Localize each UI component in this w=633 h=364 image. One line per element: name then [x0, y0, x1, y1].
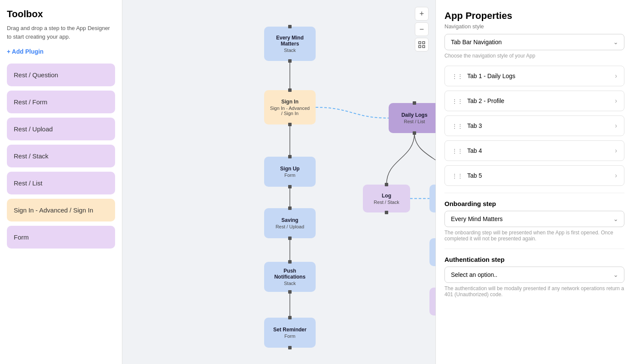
connector-bottom-saving1	[288, 237, 292, 240]
grid-icon: ⋮⋮	[452, 73, 463, 79]
connector-top-set-reminder	[288, 316, 292, 319]
grid-icon: ⋮⋮	[452, 173, 463, 179]
tab-item-left: ⋮⋮ Tab 1 - Daily Logs	[452, 73, 515, 79]
toolbox-item-rest-question[interactable]: Rest / Question	[7, 64, 115, 86]
node-sign-up[interactable]: Sign UpForm	[264, 157, 316, 187]
navigation-style-label: Navigation style	[444, 23, 624, 30]
tab-item-left: ⋮⋮ Tab 2 - Profile	[452, 97, 504, 104]
node-saving2[interactable]: SavingRest / Upload	[429, 288, 435, 315]
node-title-sign-in-node: Sign In	[281, 99, 298, 105]
navigation-style-help: Choose the navigation style of your App	[444, 53, 624, 59]
onboarding-section-title: Onboarding step	[444, 200, 624, 207]
auth-select[interactable]: Select an option..	[444, 267, 624, 283]
onboarding-select[interactable]: Every Mind Matters	[444, 211, 624, 227]
node-title-log: Log	[382, 193, 391, 199]
tab-label: Tab 3	[467, 122, 482, 129]
tab-item-left: ⋮⋮ Tab 5	[452, 172, 482, 179]
toolbox-item-rest-stack[interactable]: Rest / Stack	[7, 145, 115, 167]
toolbox-item-rest-form[interactable]: Rest / Form	[7, 91, 115, 113]
zoom-out-button[interactable]: −	[415, 22, 429, 36]
toolbox-item-rest-list[interactable]: Rest / List	[7, 172, 115, 194]
tab-label: Tab 2 - Profile	[467, 97, 504, 104]
tab-item-tab1[interactable]: ⋮⋮ Tab 1 - Daily Logs ›	[444, 66, 624, 86]
node-title-set-reminder: Set Reminder	[273, 327, 306, 333]
svg-rect-0	[419, 42, 421, 44]
onboarding-help: The onboarding step will be presented wh…	[444, 230, 624, 242]
divider-2	[444, 249, 624, 249]
tab-chevron-right: ›	[615, 147, 617, 155]
connector-bottom-sign-in-node	[288, 123, 292, 126]
divider-1	[444, 193, 624, 193]
node-sub-push-notifications: Stack	[284, 281, 296, 286]
connector-bottom-set-reminder	[288, 346, 292, 349]
zoom-in-button[interactable]: +	[415, 7, 429, 21]
tab-label: Tab 5	[467, 172, 482, 179]
node-every-mind-stack[interactable]: Every MindMattersStack	[264, 27, 316, 61]
tab-item-tab5[interactable]: ⋮⋮ Tab 5 ›	[444, 165, 624, 186]
node-sub-daily-logs: Rest / List	[404, 119, 425, 124]
tab-item-left: ⋮⋮ Tab 4	[452, 147, 482, 154]
node-saving1[interactable]: SavingRest / Upload	[264, 208, 316, 238]
tab-chevron-right: ›	[615, 72, 617, 80]
node-log-date[interactable]: Log DateQuestion	[429, 185, 435, 212]
toolbox-description: Drag and drop a step to the App Designer…	[7, 24, 115, 41]
canvas-controls: + −	[415, 7, 429, 52]
node-set-reminder[interactable]: Set ReminderForm	[264, 318, 316, 348]
svg-rect-1	[423, 42, 425, 44]
tabs-list: ⋮⋮ Tab 1 - Daily Logs › ⋮⋮ Tab 2 - Profi…	[444, 66, 624, 186]
connector-top-sign-in-node	[288, 88, 292, 92]
auth-help: The authentication will be modally prese…	[444, 285, 624, 297]
node-score[interactable]: ScoreQuestion	[429, 238, 435, 266]
tab-chevron-right: ›	[615, 172, 617, 179]
toolbox-item-sign-in[interactable]: Sign In - Advanced / Sign In	[7, 199, 115, 221]
grid-icon: ⋮⋮	[452, 148, 463, 154]
tab-chevron-right: ›	[615, 97, 617, 105]
navigation-style-select[interactable]: Tab Bar Navigation	[444, 34, 624, 50]
canvas-area: + − Every MindMattersStackSign InSign In…	[122, 0, 435, 364]
toolbox-item-rest-upload[interactable]: Rest / Upload	[7, 118, 115, 140]
auth-section-title: Authentication step	[444, 256, 624, 263]
svg-rect-3	[423, 46, 425, 48]
connector-bottom-push-notifications	[288, 290, 292, 294]
connector-bottom-log	[385, 211, 388, 214]
tab-chevron-right: ›	[615, 122, 617, 130]
onboarding-dropdown-wrap: Every Mind Matters ⌄	[444, 211, 624, 227]
node-sub-sign-up: Form	[284, 173, 295, 178]
node-push-notifications[interactable]: Push NotificationsStack	[264, 262, 316, 292]
node-sub-set-reminder: Form	[284, 334, 295, 339]
connector-top-daily-logs	[413, 101, 416, 105]
node-sub-sign-in-node: Sign In - Advanced/ Sign In	[270, 106, 310, 116]
svg-rect-2	[419, 46, 421, 48]
add-plugin-button[interactable]: + Add Plugin	[7, 48, 43, 55]
tab-item-tab4[interactable]: ⋮⋮ Tab 4 ›	[444, 140, 624, 161]
tab-item-tab2[interactable]: ⋮⋮ Tab 2 - Profile ›	[444, 91, 624, 111]
node-sub-log: Rest / Stack	[374, 200, 399, 205]
node-title-every-mind-stack: Every MindMatters	[276, 35, 304, 47]
tab-item-tab3[interactable]: ⋮⋮ Tab 3 ›	[444, 115, 624, 136]
node-title-daily-logs: Daily Logs	[402, 112, 428, 118]
connector-top-saving1	[288, 206, 292, 210]
node-log[interactable]: LogRest / Stack	[363, 185, 410, 212]
node-sign-in-node[interactable]: Sign InSign In - Advanced/ Sign In	[264, 90, 316, 124]
toolbox-panel: Toolbox Drag and drop a step to the App …	[0, 0, 122, 364]
node-title-push-notifications: Push Notifications	[268, 268, 312, 280]
connector-top-push-notifications	[288, 260, 292, 264]
node-daily-logs[interactable]: Daily LogsRest / List	[389, 103, 435, 133]
toolbox-item-form[interactable]: Form	[7, 226, 115, 249]
grid-icon: ⋮⋮	[452, 123, 463, 129]
auth-dropdown-wrap: Select an option.. ⌄	[444, 267, 624, 283]
connector-bottom-every-mind-stack	[288, 59, 292, 63]
tab-label: Tab 4	[467, 147, 482, 154]
node-sub-every-mind-stack: Stack	[284, 48, 296, 53]
fit-button[interactable]	[415, 38, 429, 52]
flow-area: Every MindMattersStackSign InSign In - A…	[122, 0, 435, 364]
properties-title: App Properties	[444, 10, 624, 21]
properties-panel: App Properties Navigation style Tab Bar …	[435, 0, 633, 364]
connector-bottom-sign-up	[288, 185, 292, 188]
tab-label: Tab 1 - Daily Logs	[467, 73, 515, 79]
toolbox-title: Toolbox	[7, 9, 115, 20]
tab-item-left: ⋮⋮ Tab 3	[452, 122, 482, 129]
connector-bottom-daily-logs	[413, 131, 416, 135]
toolbox-items-list: Rest / QuestionRest / FormRest / UploadR…	[7, 64, 115, 249]
node-title-saving1: Saving	[281, 217, 298, 223]
